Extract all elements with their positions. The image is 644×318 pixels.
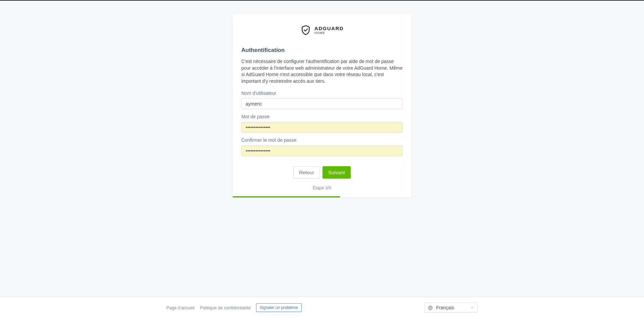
progress-fill — [233, 196, 340, 197]
username-input[interactable] — [241, 99, 403, 109]
next-button[interactable]: Suivant — [323, 166, 351, 179]
privacy-link[interactable]: Politique de confidentialité — [200, 305, 251, 310]
button-row: Retour Suivant — [241, 166, 403, 179]
setup-card: ADGUARD HOME Authentification C'est néce… — [233, 14, 411, 197]
main-area: ADGUARD HOME Authentification C'est néce… — [0, 1, 644, 297]
logo-text: ADGUARD HOME — [314, 26, 344, 35]
confirm-password-group: Confirmer le mot de passe — [241, 137, 403, 156]
progress-bar — [233, 196, 411, 197]
home-link[interactable]: Page d'accueil — [166, 305, 195, 310]
confirm-password-input[interactable] — [241, 145, 403, 156]
back-button[interactable]: Retour — [293, 166, 320, 179]
password-input[interactable] — [241, 122, 403, 133]
footer: Page d'accueil Politique de confidential… — [0, 297, 644, 318]
password-group: Mot de passe — [241, 114, 403, 133]
language-select[interactable]: Français — [424, 303, 478, 313]
language-label: Français — [436, 305, 467, 310]
shield-check-icon — [300, 25, 311, 36]
username-group: Nom d'utilisateur — [241, 90, 403, 109]
app-logo: ADGUARD HOME — [241, 25, 403, 36]
username-label: Nom d'utilisateur — [241, 90, 403, 96]
confirm-password-label: Confirmer le mot de passe — [241, 137, 403, 143]
chevron-down-icon — [470, 306, 474, 310]
report-issue-button[interactable]: Signaler un problème — [256, 303, 302, 312]
page-title: Authentification — [241, 47, 403, 54]
step-indicator: Étape 3/5 — [241, 185, 403, 190]
logo-brand: ADGUARD — [314, 26, 344, 31]
password-label: Mot de passe — [241, 114, 403, 119]
logo-sub: HOME — [314, 31, 344, 35]
page-description: C'est nécessaire de configurer l'authent… — [241, 58, 403, 84]
globe-icon — [428, 305, 433, 310]
footer-inner: Page d'accueil Politique de confidential… — [161, 303, 483, 313]
footer-links: Page d'accueil Politique de confidential… — [166, 303, 302, 312]
